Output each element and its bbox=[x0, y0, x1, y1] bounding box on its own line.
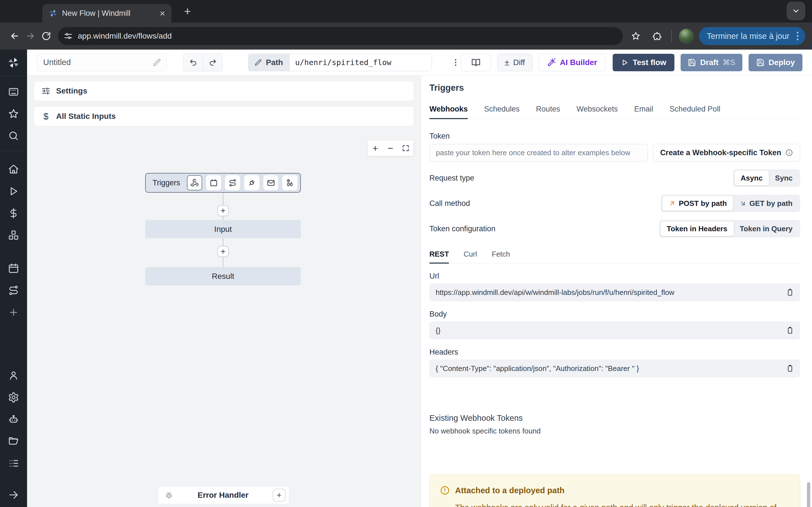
input-node[interactable]: Input bbox=[145, 220, 301, 238]
url-bar[interactable]: app.windmill.dev/flows/add bbox=[58, 27, 623, 45]
sidebar-item-routes[interactable] bbox=[0, 279, 27, 301]
browser-update-button[interactable]: Terminer la mise à jour bbox=[699, 27, 805, 45]
tab-rest[interactable]: REST bbox=[429, 250, 449, 264]
extensions-icon[interactable] bbox=[649, 28, 665, 44]
sidebar-item-workers[interactable] bbox=[0, 408, 27, 431]
websocket-trigger-icon[interactable] bbox=[244, 175, 259, 190]
sidebar-item-home[interactable] bbox=[0, 158, 27, 180]
sidebar-item-variables[interactable] bbox=[0, 202, 27, 224]
browser-tab[interactable]: New Flow | Windmill × bbox=[42, 4, 171, 22]
draft-shortcut: ⌘S bbox=[723, 58, 735, 67]
sidebar-item-resources[interactable] bbox=[0, 224, 27, 246]
headers-label: Headers bbox=[429, 348, 800, 356]
scrollbar-thumb[interactable] bbox=[807, 482, 810, 507]
flow-graph-panel: Settings $ All Static Inputs + − Trigger… bbox=[27, 75, 421, 507]
tab-fetch[interactable]: Fetch bbox=[492, 250, 510, 263]
test-flow-button[interactable]: Test flow bbox=[613, 54, 674, 71]
result-node[interactable]: Result bbox=[145, 267, 301, 285]
sidebar-item-favorites[interactable] bbox=[0, 103, 27, 125]
request-type-label: Request type bbox=[429, 174, 474, 182]
tab-search-chevron-icon[interactable] bbox=[786, 2, 805, 20]
bug-icon bbox=[164, 491, 173, 500]
route-trigger-icon[interactable] bbox=[225, 175, 240, 190]
windmill-favicon bbox=[49, 9, 57, 18]
webhook-trigger-icon[interactable] bbox=[187, 175, 202, 190]
flow-toolbar: Path ± Diff AI Builder Test flow bbox=[27, 50, 812, 75]
undo-redo-group bbox=[183, 54, 223, 71]
email-trigger-icon[interactable] bbox=[263, 175, 278, 190]
tab-strip: New Flow | Windmill × + bbox=[0, 0, 812, 22]
option-get-by-path[interactable]: GET by path bbox=[733, 196, 799, 211]
sidebar-expand-icon[interactable] bbox=[0, 484, 27, 506]
profile-avatar[interactable] bbox=[679, 29, 694, 44]
sidebar-item-runs[interactable] bbox=[0, 180, 27, 202]
new-tab-button[interactable]: + bbox=[181, 5, 194, 18]
tab-curl[interactable]: Curl bbox=[463, 250, 477, 263]
option-async[interactable]: Async bbox=[734, 171, 769, 185]
add-step-button[interactable] bbox=[217, 246, 229, 257]
deploy-button[interactable]: Deploy bbox=[749, 54, 802, 71]
site-settings-icon[interactable] bbox=[64, 32, 73, 41]
all-static-inputs-row[interactable]: $ All Static Inputs bbox=[34, 107, 414, 126]
back-icon[interactable] bbox=[7, 28, 22, 44]
copy-body-icon[interactable] bbox=[786, 327, 794, 334]
create-webhook-token-button[interactable]: Create a Webhook-specific Token bbox=[653, 144, 800, 161]
sidebar-item-search[interactable] bbox=[0, 125, 27, 147]
undo-button[interactable] bbox=[183, 54, 203, 71]
token-input[interactable] bbox=[429, 144, 648, 161]
docs-button[interactable] bbox=[461, 54, 491, 71]
bookmark-star-icon[interactable] bbox=[628, 28, 644, 44]
add-error-handler-button[interactable] bbox=[273, 489, 286, 502]
sidebar-item-create[interactable] bbox=[0, 301, 27, 323]
option-token-in-query[interactable]: Token in Query bbox=[733, 221, 799, 236]
tab-close-icon[interactable]: × bbox=[160, 8, 165, 18]
add-step-button[interactable] bbox=[217, 205, 229, 216]
forward-icon[interactable] bbox=[22, 28, 38, 44]
token-config-toggle: Token in Headers Token in Query bbox=[659, 220, 800, 237]
warning-icon bbox=[440, 485, 450, 496]
dollar-icon: $ bbox=[42, 111, 50, 122]
chrome-menu-icon[interactable] bbox=[795, 32, 801, 40]
draft-button[interactable]: Draft ⌘S bbox=[680, 54, 742, 71]
flow-settings-row[interactable]: Settings bbox=[34, 81, 414, 101]
option-token-in-headers[interactable]: Token in Headers bbox=[661, 221, 733, 236]
arrow-down-right-icon bbox=[739, 200, 747, 207]
triggers-node[interactable]: Triggers bbox=[145, 173, 301, 193]
flow-name-box[interactable] bbox=[37, 54, 167, 71]
more-options-icon[interactable] bbox=[451, 54, 461, 71]
sidebar-item-schedules[interactable] bbox=[0, 258, 27, 279]
canvas-zoom-controls: + − bbox=[368, 140, 413, 156]
option-post-by-path[interactable]: POST by path bbox=[662, 196, 733, 211]
tab-schedules[interactable]: Schedules bbox=[484, 105, 520, 119]
tab-routes[interactable]: Routes bbox=[536, 105, 560, 119]
scheduled-poll-trigger-icon[interactable] bbox=[282, 175, 297, 190]
ai-builder-button[interactable]: AI Builder bbox=[539, 54, 605, 71]
redo-button[interactable] bbox=[203, 54, 222, 71]
tab-webhooks[interactable]: Webhooks bbox=[429, 105, 468, 119]
tab-websockets[interactable]: Websockets bbox=[576, 105, 618, 119]
sidebar-item-settings[interactable] bbox=[0, 386, 27, 408]
sidebar-item-logs[interactable] bbox=[0, 452, 27, 474]
tab-scheduled-poll[interactable]: Scheduled Poll bbox=[670, 105, 720, 119]
trigger-tabs: Webhooks Schedules Routes Websockets Ema… bbox=[429, 105, 800, 119]
option-sync[interactable]: Sync bbox=[769, 171, 799, 185]
diff-button[interactable]: ± Diff bbox=[497, 54, 532, 71]
fit-view-button[interactable] bbox=[398, 140, 413, 156]
sidebar-item-account[interactable] bbox=[0, 364, 27, 386]
edit-pencil-icon bbox=[153, 58, 161, 67]
error-handler-node[interactable]: Error Handler bbox=[158, 486, 289, 504]
browser-chrome: New Flow | Windmill × + app.windmill.dev… bbox=[0, 0, 812, 50]
flow-path-input[interactable] bbox=[289, 54, 432, 71]
zoom-out-button[interactable]: − bbox=[383, 140, 398, 156]
copy-url-icon[interactable] bbox=[786, 288, 794, 296]
sidebar-item-folders[interactable] bbox=[0, 431, 27, 452]
flow-name-input[interactable] bbox=[43, 58, 149, 67]
reload-icon[interactable] bbox=[38, 28, 54, 44]
schedule-trigger-icon[interactable] bbox=[206, 175, 221, 190]
zoom-in-button[interactable]: + bbox=[368, 140, 383, 156]
url-label: Url bbox=[429, 272, 800, 281]
windmill-logo[interactable] bbox=[0, 50, 27, 76]
sidebar-item-apps[interactable] bbox=[0, 81, 27, 103]
copy-headers-icon[interactable] bbox=[786, 364, 794, 372]
tab-email[interactable]: Email bbox=[634, 105, 653, 119]
